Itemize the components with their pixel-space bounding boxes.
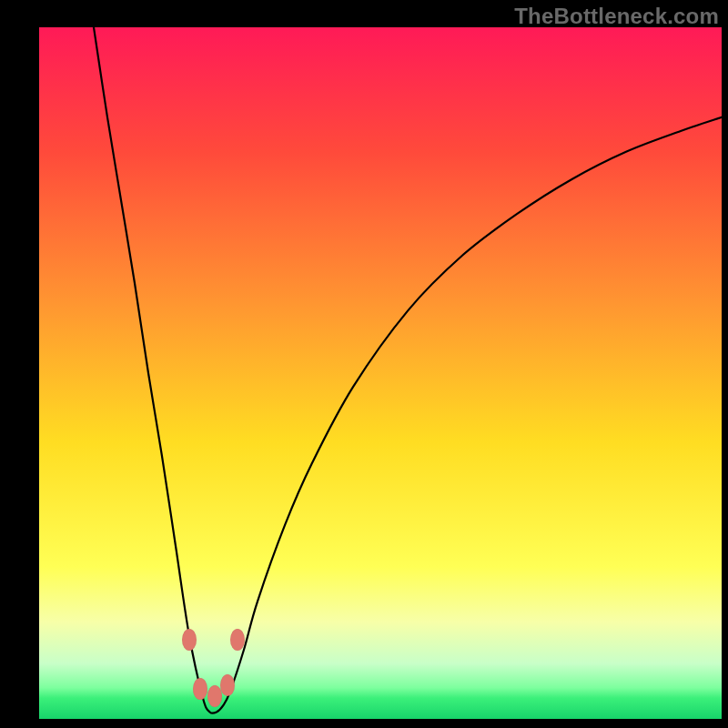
data-marker (220, 674, 235, 696)
chart-stage: TheBottleneck.com (0, 0, 728, 728)
data-marker (207, 685, 222, 707)
watermark-text: TheBottleneck.com (514, 4, 719, 29)
data-marker (230, 629, 245, 651)
data-markers (39, 27, 722, 719)
data-marker (182, 629, 197, 651)
data-marker (193, 678, 207, 700)
plot-area (39, 27, 722, 719)
